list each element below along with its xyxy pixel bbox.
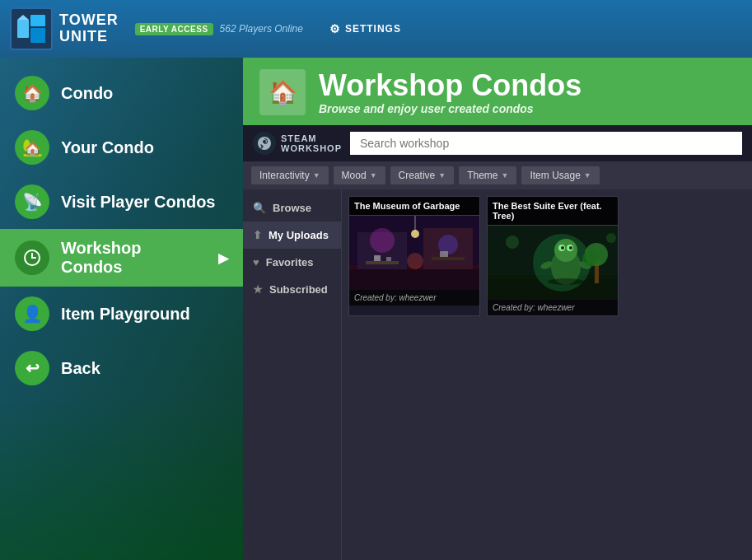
filter-item-usage[interactable]: Item Usage ▼ [521,166,599,184]
info-group: EARLY ACCESS 562 Players Online [135,23,303,35]
item-thumbnail-museum [349,216,480,290]
items-grid: The Museum of Garbage [342,189,752,560]
workshop-content: 🔍 Browse ⬆ My Uploads ♥ Favorites ★ Subs… [243,189,752,560]
workshop-icon [15,240,49,275]
item-title-museum: The Museum of Garbage [349,197,479,216]
visit-label: Visit Player Condos [61,193,215,212]
playground-icon: 👤 [15,296,49,331]
svg-point-27 [554,239,577,262]
logo-text: TOWER UNITE [59,12,119,45]
active-arrow: ▶ [218,250,228,266]
item-thumbnail-suite [488,226,619,300]
sidebar-item-your-condo[interactable]: 🏡 Your Condo [0,120,243,175]
back-icon: ↩ [15,351,49,385]
item-card-suite[interactable]: The Best Suite Ever (feat. Tree) [487,196,619,316]
workshop-nav-my-uploads[interactable]: ⬆ My Uploads [243,222,341,249]
svg-rect-9 [349,269,480,290]
svg-marker-3 [17,15,29,20]
condo-label: Condo [61,84,113,103]
svg-point-39 [606,233,616,243]
playground-label: Item Playground [61,305,190,324]
chevron-down-icon: ▼ [584,171,591,180]
gear-icon: ⚙ [329,22,341,35]
filter-mood[interactable]: Mood ▼ [334,166,385,184]
sidebar-item-visit-player-condos[interactable]: 📡 Visit Player Condos [0,175,243,229]
steam-icon [253,132,276,155]
svg-point-12 [370,228,395,253]
filter-bar: Interactivity ▼ Mood ▼ Creative ▼ Theme … [243,161,752,189]
heart-icon: ♥ [253,256,259,268]
workshop-nav-subscribed[interactable]: ★ Subscribed [243,276,341,303]
workshop-subtitle: Browse and enjoy user created condos [319,102,582,115]
svg-point-21 [411,230,419,238]
sidebar-item-item-playground[interactable]: 👤 Item Playground [0,287,243,341]
svg-point-14 [407,253,423,269]
sidebar-nav: 🏠 Condo 🏡 Your Condo 📡 Visit Player Cond… [0,58,243,395]
your-condo-icon: 🏡 [15,130,49,165]
svg-point-38 [506,236,519,249]
item-creator-museum: Created by: wheezwer [349,290,479,306]
workshop-condos-label: Workshop Condos [61,239,207,277]
item-card-museum[interactable]: The Museum of Garbage [348,196,480,316]
condo-icon: 🏠 [15,76,49,110]
main-layout: 🏠 Condo 🏡 Your Condo 📡 Visit Player Cond… [0,58,752,560]
workshop-nav-browse[interactable]: 🔍 Browse [243,194,341,222]
svg-rect-0 [17,20,29,38]
your-condo-label: Your Condo [61,138,154,157]
settings-button[interactable]: ⚙ SETTINGS [323,19,408,39]
sidebar-item-back[interactable]: ↩ Back [0,341,243,395]
svg-point-30 [561,246,564,250]
chevron-down-icon: ▼ [370,171,377,180]
sidebar-item-workshop-condos[interactable]: Workshop Condos ▶ [0,229,243,287]
workshop-header: 🏠 Workshop Condos Browse and enjoy user … [243,58,752,125]
back-label: Back [61,359,100,378]
svg-rect-17 [374,255,381,261]
svg-point-37 [548,278,584,285]
svg-rect-1 [30,15,45,26]
early-access-badge: EARLY ACCESS [135,23,213,35]
visit-icon: 📡 [15,184,49,219]
workshop-title: Workshop Condos [319,69,582,102]
workshop-nav: 🔍 Browse ⬆ My Uploads ♥ Favorites ★ Subs… [243,189,342,560]
svg-point-36 [582,250,599,267]
svg-point-6 [263,140,266,143]
item-creator-suite: Created by: wheezwer [488,300,618,315]
filter-interactivity[interactable]: Interactivity ▼ [251,166,329,184]
chevron-down-icon: ▼ [502,171,509,180]
browse-icon: 🔍 [253,202,266,214]
steam-bar: STEAM WORKSHOP [243,125,752,161]
workshop-nav-favorites[interactable]: ♥ Favorites [243,249,341,276]
logo-area: TOWER UNITE [10,7,119,50]
sidebar: 🏠 Condo 🏡 Your Condo 📡 Visit Player Cond… [0,58,243,560]
filter-theme[interactable]: Theme ▼ [459,166,516,184]
logo-icon [10,7,53,50]
star-icon: ★ [253,283,263,296]
steam-workshop-text: STEAM WORKSHOP [281,133,342,153]
svg-rect-19 [440,251,448,257]
filter-creative[interactable]: Creative ▼ [390,166,455,184]
svg-rect-16 [432,257,465,260]
svg-rect-2 [30,28,45,43]
chevron-down-icon: ▼ [313,171,320,180]
workshop-header-text: Workshop Condos Browse and enjoy user cr… [319,69,582,115]
svg-point-31 [569,246,572,250]
content-area: 🏠 Workshop Condos Browse and enjoy user … [243,58,752,560]
sidebar-item-condo[interactable]: 🏠 Condo [0,66,243,120]
steam-workshop-logo: STEAM WORKSHOP [253,132,342,155]
item-title-suite: The Best Suite Ever (feat. Tree) [488,197,618,226]
svg-rect-15 [366,261,399,264]
players-online-text: 562 Players Online [220,23,303,35]
search-input[interactable] [350,132,742,155]
upload-icon: ⬆ [253,229,262,241]
top-bar: TOWER UNITE EARLY ACCESS 562 Players Onl… [0,0,752,58]
svg-rect-18 [386,257,391,261]
workshop-header-icon: 🏠 [259,69,306,115]
chevron-down-icon: ▼ [438,171,446,180]
